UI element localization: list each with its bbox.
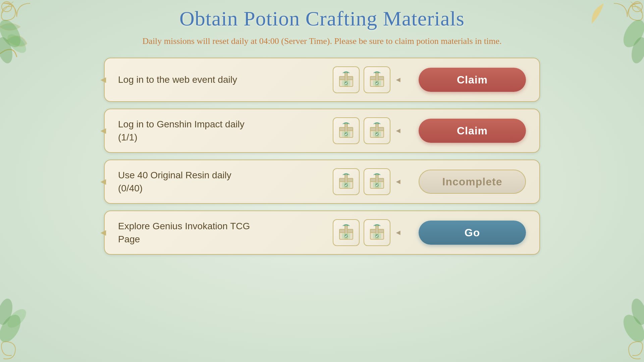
- mission-rewards-resin: ◄: [333, 168, 405, 195]
- page-title: Obtain Potion Crafting Materials: [179, 7, 465, 31]
- reward-icon-2: [364, 66, 390, 93]
- main-container: Obtain Potion Crafting Materials Daily m…: [104, 7, 540, 255]
- page-subtitle: Daily missions will reset daily at 04:00…: [143, 35, 502, 48]
- mission-row-resin: Use 40 Original Resin daily(0/40): [104, 160, 540, 204]
- mission-rewards-tcg: ◄: [333, 219, 405, 246]
- corner-ornament-tr: [577, 0, 644, 67]
- reward-icon-8: [364, 219, 390, 246]
- rewards-arrow-3: ◄: [394, 177, 402, 186]
- incomplete-button-resin: Incomplete: [419, 170, 526, 194]
- reward-icon-3: [333, 117, 360, 144]
- rewards-arrow-1: ◄: [394, 75, 402, 84]
- corner-ornament-bl: [0, 295, 67, 362]
- claim-button-genshin-login[interactable]: Claim: [419, 119, 526, 143]
- corner-ornament-br: [577, 295, 644, 362]
- corner-ornament-tl: [0, 0, 67, 67]
- mission-text-genshin-login: Log in to Genshin Impact daily(1/1): [118, 118, 333, 144]
- mission-text-web-login: Log in to the web event daily: [118, 73, 333, 86]
- claim-button-web-login[interactable]: Claim: [419, 68, 526, 92]
- missions-list: Log in to the web event daily: [104, 58, 540, 255]
- reward-icon-6: [364, 168, 390, 195]
- mission-rewards-genshin-login: ◄: [333, 117, 405, 144]
- reward-icon-4: [364, 117, 390, 144]
- reward-icon-1: [333, 66, 360, 93]
- reward-icon-5: [333, 168, 360, 195]
- mission-row-web-login: Log in to the web event daily: [104, 58, 540, 102]
- rewards-arrow-4: ◄: [394, 228, 402, 237]
- mission-text-resin: Use 40 Original Resin daily(0/40): [118, 169, 333, 195]
- mission-rewards-web-login: ◄: [333, 66, 405, 93]
- mission-row-genshin-login: Log in to Genshin Impact daily(1/1): [104, 109, 540, 153]
- rewards-arrow-2: ◄: [394, 126, 402, 135]
- reward-icon-7: [333, 219, 360, 246]
- go-button-tcg[interactable]: Go: [419, 221, 526, 245]
- mission-row-tcg: Explore Genius Invokation TCGPage: [104, 210, 540, 255]
- mission-text-tcg: Explore Genius Invokation TCGPage: [118, 220, 333, 246]
